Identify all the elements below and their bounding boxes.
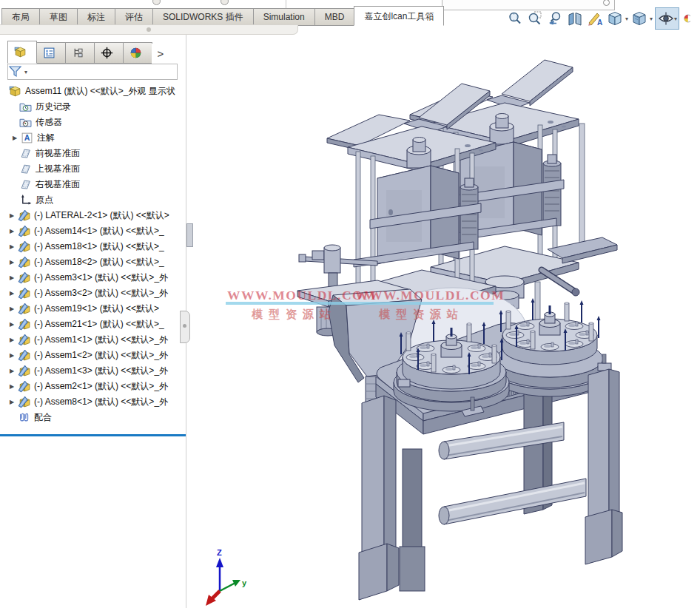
plane-icon bbox=[19, 147, 32, 160]
expand-arrow-icon[interactable]: ▶ bbox=[6, 368, 18, 374]
manager-tab-strip: > bbox=[7, 41, 169, 64]
tree-item-annotations[interactable]: ▶ 注解 bbox=[0, 130, 186, 146]
tree-item-history[interactable]: 历史记录 bbox=[0, 99, 186, 115]
tree-item-component[interactable]: ▶ (-) Assem18<2> (默认) <<默认>_ bbox=[0, 254, 186, 270]
tree-item-root-assembly[interactable]: Assem11 (默认) <<默认>_外观 显示状 bbox=[0, 84, 186, 99]
expand-arrow-icon[interactable]: ▶ bbox=[6, 228, 18, 234]
tab-simulation[interactable]: Simulation bbox=[253, 8, 315, 26]
svg-text:WWW.MOULDL.COM: WWW.MOULDL.COM bbox=[355, 288, 505, 303]
tree-item-sensors[interactable]: 传感器 bbox=[0, 115, 186, 130]
featuremanager-tree-icon bbox=[14, 46, 27, 58]
expand-arrow-icon[interactable]: ▶ bbox=[6, 212, 18, 219]
subassembly-icon bbox=[18, 271, 30, 284]
tab-layout[interactable]: 布局 bbox=[1, 8, 40, 26]
subassembly-icon bbox=[18, 365, 30, 377]
tree-item-label: (-) Assem14<1> (默认) <<默认>_ bbox=[34, 225, 164, 237]
tree-item-component[interactable]: ▶ (-) Assem8<1> (默认) <<默认>_外 bbox=[0, 394, 186, 410]
hide-show-items-caret[interactable]: ▾ bbox=[674, 16, 677, 22]
tree-item-component[interactable]: ▶ (-) Assem1<3> (默认) <<默认>_外 bbox=[0, 363, 186, 379]
tab-markup[interactable]: 标注 bbox=[77, 8, 115, 26]
edit-appearance-icon[interactable] bbox=[682, 10, 690, 27]
subassembly-icon bbox=[18, 349, 30, 362]
tree-item-component[interactable]: ▶ (-) Assem1<1> (默认) <<默认>_外 bbox=[0, 332, 186, 348]
dynamic-annotation-views-icon[interactable]: A bbox=[586, 10, 604, 27]
tree-item-label: (-) Assem21<1> (默认) <<默认>_ bbox=[34, 318, 164, 331]
table-leg-front-left[interactable] bbox=[359, 396, 399, 600]
expand-arrow-icon[interactable]: ▶ bbox=[6, 259, 18, 266]
tree-item-label: (-) Assem1<3> (默认) <<默认>_外 bbox=[34, 365, 168, 377]
filter-funnel-icon[interactable] bbox=[8, 65, 23, 78]
hide-show-items-icon bbox=[657, 10, 675, 27]
display-style-caret[interactable]: ▾ bbox=[650, 16, 653, 22]
expand-arrow-icon[interactable]: ▶ bbox=[9, 135, 21, 141]
expand-arrow-icon[interactable]: ▶ bbox=[6, 321, 18, 328]
tab-solidworks-addins[interactable]: SOLIDWORKS 插件 bbox=[152, 8, 254, 26]
tree-item-mates[interactable]: 配合 bbox=[0, 410, 186, 425]
tree-item-origin[interactable]: 原点 bbox=[0, 192, 186, 208]
tree-item-right-plane[interactable]: 右视基准面 bbox=[0, 177, 186, 192]
tab-mbd[interactable]: MBD bbox=[314, 8, 355, 26]
viewport-edge-grip[interactable] bbox=[186, 223, 193, 247]
subassembly-icon bbox=[18, 318, 30, 331]
zoom-to-fit-icon[interactable] bbox=[506, 10, 524, 27]
plane-icon bbox=[19, 163, 32, 175]
sensors-folder-icon bbox=[19, 116, 32, 129]
tree-filter-input[interactable] bbox=[27, 64, 177, 79]
manager-tabs-overflow-arrow[interactable]: > bbox=[152, 44, 169, 64]
tree-item-label: 右视基准面 bbox=[36, 178, 80, 191]
tab-display-manager[interactable] bbox=[123, 42, 152, 64]
tree-item-label: 前视基准面 bbox=[36, 147, 80, 160]
tab-sketch[interactable]: 草图 bbox=[39, 8, 78, 26]
expand-arrow-icon[interactable]: ▶ bbox=[6, 337, 18, 343]
display-style-icon[interactable] bbox=[630, 10, 648, 27]
solidworks-window: A 布局 草图 标注 bbox=[0, 0, 700, 608]
expand-arrow-icon[interactable]: ▶ bbox=[6, 243, 18, 250]
table-leg-back-left[interactable] bbox=[400, 449, 425, 591]
tree-item-label: (-) Assem2<1> (默认) <<默认>_外 bbox=[34, 380, 168, 393]
tree-item-component[interactable]: ▶ (-) Assem3<1> (默认) <<默认>_外 bbox=[0, 270, 186, 286]
tab-property-manager[interactable] bbox=[36, 42, 66, 64]
previous-view-icon[interactable] bbox=[546, 10, 564, 27]
tab-jlc-toolbox[interactable]: 嘉立创lcan工具箱 bbox=[354, 6, 444, 26]
view-orientation-caret[interactable]: ▾ bbox=[625, 16, 628, 22]
expand-arrow-icon[interactable]: ▶ bbox=[6, 305, 18, 312]
dimxpert-icon bbox=[101, 47, 113, 59]
section-view-icon[interactable] bbox=[566, 10, 584, 27]
rollback-bar[interactable] bbox=[0, 434, 186, 436]
tree-item-label: (-) Assem1<2> (默认) <<默认>_外 bbox=[34, 349, 168, 362]
subassembly-icon bbox=[18, 209, 30, 222]
tab-evaluate[interactable]: 评估 bbox=[115, 8, 153, 26]
feature-tree: Assem11 (默认) <<默认>_外观 显示状 历史记录 传感器 ▶ 注解 … bbox=[0, 84, 186, 436]
table-rail-lower[interactable] bbox=[439, 479, 586, 524]
table-leg-front-right[interactable] bbox=[585, 369, 622, 564]
expand-arrow-icon[interactable]: ▶ bbox=[6, 274, 18, 281]
tree-item-component[interactable]: ▶ (-) Assem3<2> (默认) <<默认>_外 bbox=[0, 286, 186, 301]
hide-show-items-button[interactable]: ▾ bbox=[655, 7, 679, 30]
view-orientation-icon[interactable] bbox=[606, 10, 624, 27]
tree-item-component[interactable]: ▶ (-) Assem19<1> (默认) <<默认> bbox=[0, 301, 186, 317]
zoom-to-area-icon[interactable] bbox=[526, 10, 544, 27]
tree-item-component[interactable]: ▶ (-) Assem1<2> (默认) <<默认>_外 bbox=[0, 348, 186, 363]
tab-dimxpert-manager[interactable] bbox=[94, 42, 124, 64]
search-icon bbox=[603, 0, 610, 6]
tab-configuration-manager[interactable] bbox=[65, 42, 95, 64]
tree-item-component[interactable]: ▶ (-) Assem2<1> (默认) <<默认>_外 bbox=[0, 379, 186, 394]
panel-splitter-handle[interactable] bbox=[180, 311, 190, 343]
tree-item-top-plane[interactable]: 上视基准面 bbox=[0, 161, 186, 177]
tree-item-component[interactable]: ▶ (-) Assem18<1> (默认) <<默认>_ bbox=[0, 239, 186, 254]
expand-arrow-icon[interactable]: ▶ bbox=[6, 383, 18, 390]
expand-arrow-icon[interactable]: ▶ bbox=[6, 290, 18, 297]
expand-arrow-icon[interactable]: ▶ bbox=[6, 352, 18, 359]
tree-item-component[interactable]: ▶ (-) Assem14<1> (默认) <<默认>_ bbox=[0, 223, 186, 239]
graphics-area[interactable]: WWW.MOULDL.COM WWW.MOULDL.COM 模型资源站 模型资源… bbox=[186, 35, 700, 608]
tree-item-component[interactable]: ▶ (-) Assem21<1> (默认) <<默认>_ bbox=[0, 317, 186, 332]
tab-featuremanager-design-tree[interactable] bbox=[7, 41, 37, 64]
tree-item-label: 历史记录 bbox=[36, 101, 71, 113]
model-viewport-canvas[interactable]: WWW.MOULDL.COM WWW.MOULDL.COM 模型资源站 模型资源… bbox=[186, 35, 700, 608]
tree-item-component[interactable]: ▶ (-) LATERAL-2<1> (默认) <<默认> bbox=[0, 208, 186, 223]
command-manager-collapsed[interactable] bbox=[0, 24, 298, 35]
tree-item-front-plane[interactable]: 前视基准面 bbox=[0, 146, 186, 161]
display-manager-icon bbox=[129, 47, 142, 59]
tree-filter-row[interactable]: ▾ bbox=[7, 64, 178, 80]
expand-arrow-icon[interactable]: ▶ bbox=[6, 399, 18, 405]
